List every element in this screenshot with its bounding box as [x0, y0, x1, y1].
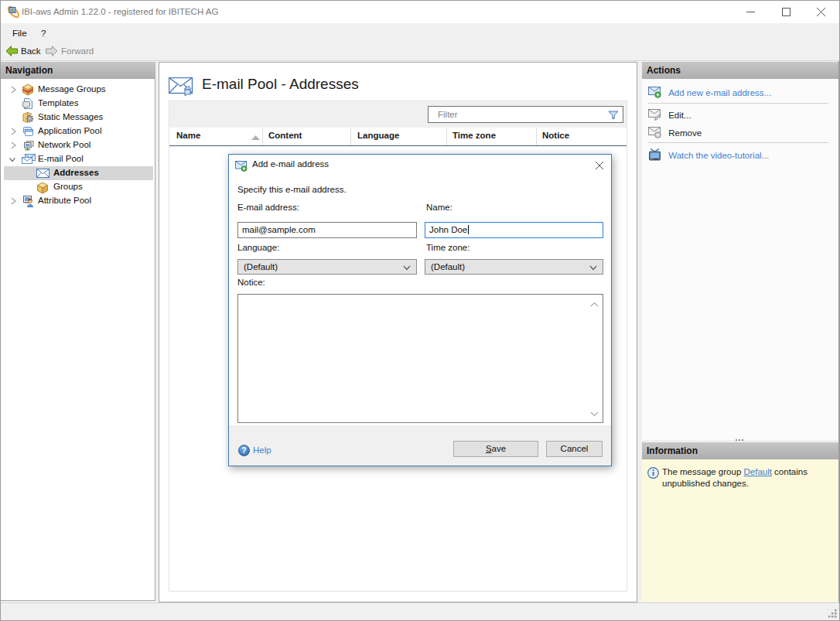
svg-text:?: ? [241, 446, 246, 455]
